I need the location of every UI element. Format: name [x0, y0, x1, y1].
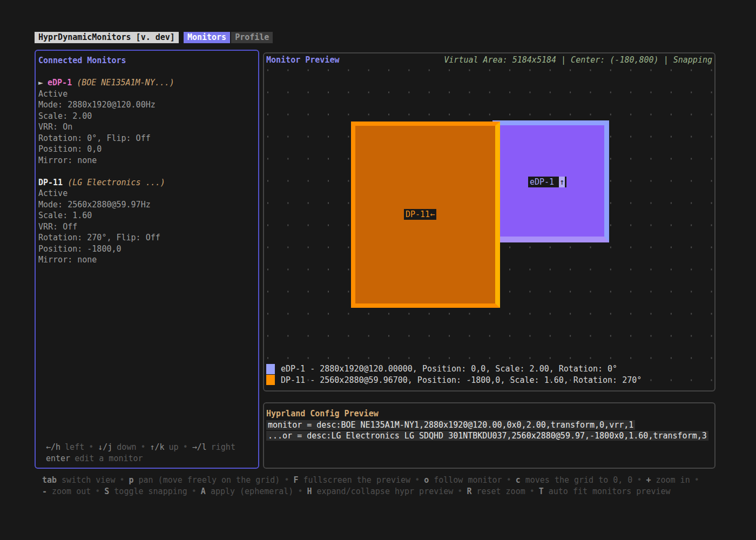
monitor-entry-header: DP-11(LG Electronics ...) — [38, 177, 256, 188]
key-down: ↓/j — [98, 442, 112, 452]
left-panel-keybinds: ←/hleft•↓/jdown•↑/kup•→/lright enteredit… — [36, 442, 258, 464]
key-o: o — [424, 475, 429, 485]
config-line-monitor2: ...or = desc:LG Electronics LG SDQHD 301… — [266, 430, 714, 442]
monitor-detail-line: Scale: 1.60 — [38, 210, 256, 221]
navigation-keybinds-line: ←/hleft•↓/jdown•↑/kup•→/lright — [46, 442, 258, 453]
monitor-description: (BOE NE135A1M-NY...) — [77, 78, 174, 87]
monitor-detail-line: Mode: 2560x2880@59.97Hz — [38, 199, 256, 211]
monitor-detail-line: Mode: 2880x1920@120.00Hz — [38, 99, 256, 111]
key-plus: + — [646, 475, 651, 485]
bullet-separator: • — [95, 487, 100, 496]
key-left: ←/h — [46, 442, 60, 452]
monitor-detail-line: VRR: On — [38, 122, 256, 133]
rotation-arrow-icon: ↑ — [559, 177, 565, 187]
help-line-1: tabswitch view•ppan (move freely on the … — [42, 475, 733, 486]
connected-monitors-title: Connected Monitors — [38, 55, 256, 66]
tab-profile[interactable]: Profile — [231, 32, 273, 43]
bullet-separator: • — [530, 487, 535, 496]
monitor-preview-panel: Monitor Preview Virtual Area: 5184x5184 … — [263, 52, 716, 392]
monitor-detail-line: Rotation: 0°, Flip: Off — [38, 133, 256, 144]
bullet-separator: • — [507, 475, 511, 485]
monitor-label-dp11: DP-11← — [404, 209, 436, 220]
monitor-entry-dp11[interactable]: DP-11(LG Electronics ...) Active Mode: 2… — [38, 177, 256, 266]
help-line-2: -zoom out•Stoggle snapping•Aapply (ephem… — [42, 486, 733, 497]
key-F: F — [293, 475, 298, 485]
key-S: S — [104, 487, 109, 496]
selection-arrow-icon: ► — [38, 78, 43, 87]
bullet-separator: • — [89, 442, 93, 452]
monitor-label-edp1: eDP-1↑ — [528, 177, 566, 187]
legend-row-dp11: DP-11 - 2560x2880@59.96700, Position: -1… — [266, 375, 642, 386]
legend-swatch-edp1 — [266, 364, 275, 374]
key-minus: - — [42, 487, 47, 496]
bullet-separator: • — [284, 475, 289, 485]
monitor-detail-line: Position: -1800,0 — [38, 244, 256, 255]
preview-status-text: Virtual Area: 5184x5184 | Center: (-180,… — [442, 55, 712, 65]
config-title: Hyprland Config Preview — [266, 408, 714, 420]
hyprland-config-panel: Hyprland Config Preview monitor = desc:B… — [263, 402, 716, 469]
key-up: ↑/k — [150, 442, 165, 452]
monitor-detail-line: Scale: 2.00 — [38, 111, 256, 122]
help-bar: tabswitch view•ppan (move freely on the … — [42, 475, 733, 497]
key-H: H — [307, 487, 312, 496]
monitor-detail-line: Mirror: none — [38, 155, 256, 166]
tab-monitors[interactable]: Monitors — [184, 32, 230, 43]
monitor-detail-line: Active — [38, 188, 256, 199]
bullet-separator: • — [192, 487, 197, 496]
preview-title: Monitor Preview — [266, 55, 341, 65]
monitor-name: eDP-1 — [48, 78, 72, 87]
bullet-separator: • — [119, 475, 124, 485]
preview-header: Monitor Preview Virtual Area: 5184x5184 … — [266, 55, 712, 65]
enter-keybind-line: enteredit a monitor — [46, 453, 258, 464]
monitor-detail-line: Position: 0,0 — [38, 144, 256, 155]
monitor-detail-line: VRR: Off — [38, 221, 256, 233]
monitor-detail-line: Active — [38, 89, 256, 100]
monitor-detail-line: Mirror: none — [38, 254, 256, 266]
bullet-separator: • — [415, 475, 420, 485]
bullet-separator: • — [183, 442, 188, 452]
key-p: p — [129, 475, 133, 485]
legend-row-edp1: eDP-1 - 2880x1920@120.00000, Position: 0… — [266, 363, 642, 375]
bullet-separator: • — [140, 442, 145, 452]
legend-swatch-dp11 — [266, 375, 275, 385]
key-c: c — [516, 475, 521, 485]
key-tab: tab — [42, 475, 57, 485]
key-R: R — [467, 487, 471, 496]
rotation-arrow-icon: ← — [430, 209, 435, 220]
bullet-separator: • — [694, 475, 699, 485]
monitor-entry-header: ►eDP-1(BOE NE135A1M-NY...) — [38, 77, 256, 89]
key-right: →/l — [192, 442, 207, 452]
monitor-description: (LG Electronics ...) — [68, 178, 165, 187]
config-line-monitor1: monitor = desc:BOE NE135A1M-NY1,2880x192… — [266, 420, 714, 431]
bullet-separator: • — [637, 475, 642, 485]
bullet-separator: • — [457, 487, 462, 496]
preview-legend: eDP-1 - 2880x1920@120.00000, Position: 0… — [266, 363, 642, 386]
tab-bar: HyprDynamicMonitors [v. dev] Monitors Pr… — [35, 32, 273, 43]
monitor-entry-edp1[interactable]: ►eDP-1(BOE NE135A1M-NY...) Active Mode: … — [38, 77, 256, 166]
connected-monitors-panel: Connected Monitors ►eDP-1(BOE NE135A1M-N… — [35, 50, 259, 469]
monitor-name: DP-11 — [38, 178, 63, 187]
monitor-detail-line: Rotation: 270°, Flip: Off — [38, 232, 256, 244]
key-enter: enter — [46, 454, 70, 463]
bullet-separator: • — [298, 487, 302, 496]
app-title: HyprDynamicMonitors [v. dev] — [35, 32, 179, 43]
key-A: A — [201, 487, 206, 496]
key-T: T — [539, 487, 544, 496]
